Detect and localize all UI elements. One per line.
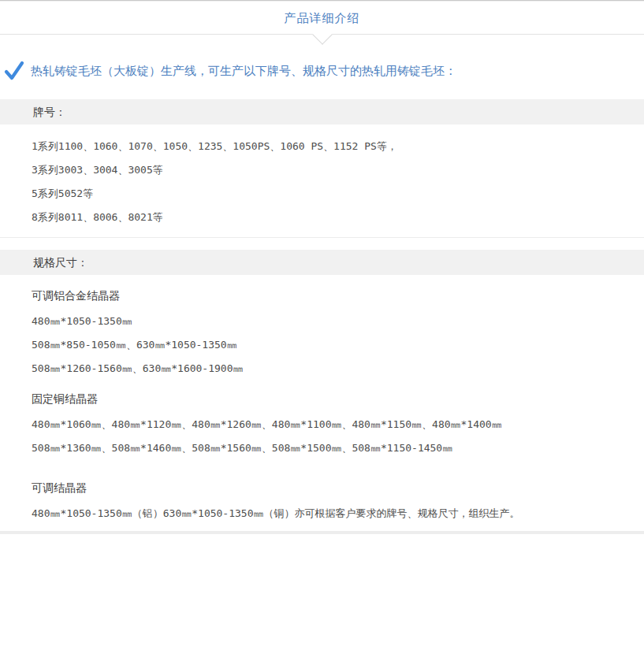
spec-group-heading-adjustable-aluminum: 可调铝合金结晶器: [32, 288, 644, 303]
check-icon: [4, 61, 24, 81]
grade-line: 8系列8011、8006、8021等: [32, 206, 644, 229]
grade-list: 1系列1100、1060、1070、1050、1235、1050PS、1060 …: [0, 124, 644, 229]
grade-line: 1系列1100、1060、1070、1050、1235、1050PS、1060 …: [32, 135, 644, 158]
section-bar-grades: 牌号：: [0, 99, 644, 124]
section-bar-specs: 规格尺寸：: [0, 250, 644, 275]
spec-line: 508㎜*850-1050㎜、630㎜*1050-1350㎜: [32, 333, 644, 357]
grade-line: 3系列3003、3004、3005等: [32, 158, 644, 182]
grade-line: 5系列5052等: [32, 182, 644, 206]
spec-group-lines: 480㎜*1060㎜、480㎜*1120㎜、480㎜*1260㎜、480㎜*11…: [32, 407, 644, 460]
bottom-divider: [0, 531, 644, 534]
page-header: 产品详细介绍: [0, 2, 644, 35]
intro-banner: 热轧铸锭毛坯（大板锭）生产线，可生产以下牌号、规格尺寸的热轧用铸锭毛坯：: [0, 60, 644, 82]
spec-group-heading-adjustable: 可调结晶器: [32, 480, 644, 496]
spec-line: 480㎜*1050-1350㎜: [32, 310, 644, 333]
spec-line: 508㎜*1260-1560㎜、630㎜*1600-1900㎜: [32, 357, 644, 381]
spec-group-lines: 480㎜*1050-1350㎜（铝）630㎜*1050-1350㎜（铜）亦可根据…: [32, 496, 644, 525]
specs-section-label: 规格尺寸：: [33, 256, 88, 269]
section-divider: [0, 237, 644, 238]
spec-line: 508㎜*1360㎜、508㎜*1460㎜、508㎜*1560㎜、508㎜*15…: [32, 436, 644, 460]
spec-group-heading-fixed-copper: 固定铜结晶器: [32, 391, 644, 407]
spec-group-lines: 480㎜*1050-1350㎜ 508㎜*850-1050㎜、630㎜*1050…: [32, 303, 644, 381]
spec-content: 可调铝合金结晶器 480㎜*1050-1350㎜ 508㎜*850-1050㎜、…: [0, 288, 644, 525]
spec-line: 480㎜*1060㎜、480㎜*1120㎜、480㎜*1260㎜、480㎜*11…: [32, 413, 644, 436]
grades-section-label: 牌号：: [33, 106, 66, 118]
intro-text: 热轧铸锭毛坯（大板锭）生产线，可生产以下牌号、规格尺寸的热轧用铸锭毛坯：: [31, 64, 456, 79]
spec-line: 480㎜*1050-1350㎜（铝）630㎜*1050-1350㎜（铜）亦可根据…: [32, 502, 644, 525]
